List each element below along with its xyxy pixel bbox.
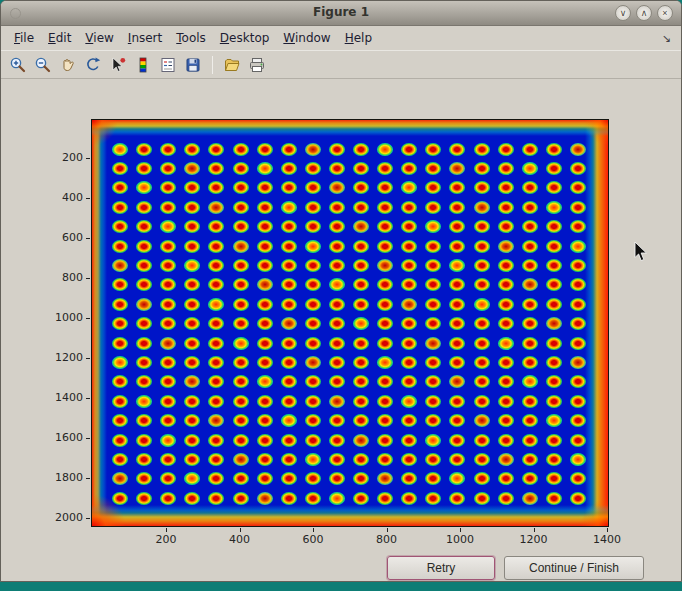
heat-dot bbox=[184, 414, 200, 427]
title-bar[interactable]: Figure 1 ∨ ∧ × bbox=[1, 1, 681, 26]
heatmap-image[interactable] bbox=[91, 119, 609, 527]
heat-dot bbox=[401, 434, 417, 447]
heat-dot bbox=[160, 395, 176, 408]
heat-dot bbox=[522, 453, 538, 466]
heat-dot bbox=[281, 220, 297, 233]
heat-dot bbox=[233, 298, 249, 311]
menu-item-edit[interactable]: Edit bbox=[41, 28, 78, 48]
heat-dot bbox=[425, 181, 441, 194]
heat-dot bbox=[425, 201, 441, 214]
zoom-in-button[interactable] bbox=[6, 53, 30, 76]
heat-dot bbox=[449, 317, 465, 330]
menu-item-insert[interactable]: Insert bbox=[121, 28, 169, 48]
heat-dot bbox=[329, 375, 345, 388]
heat-dot bbox=[353, 298, 369, 311]
heat-dot bbox=[353, 414, 369, 427]
heat-dot bbox=[305, 201, 321, 214]
heat-dot bbox=[136, 220, 152, 233]
heat-dot bbox=[425, 143, 441, 156]
close-button[interactable]: × bbox=[657, 5, 673, 21]
heat-dot bbox=[570, 298, 586, 311]
heat-dot bbox=[208, 472, 224, 485]
x-tick-label: 800 bbox=[362, 533, 412, 546]
data-cursor-button[interactable] bbox=[106, 53, 130, 76]
heat-dot bbox=[546, 375, 562, 388]
heat-dot bbox=[184, 434, 200, 447]
heat-dot bbox=[233, 143, 249, 156]
heat-dot bbox=[281, 143, 297, 156]
open-button[interactable] bbox=[220, 53, 244, 76]
heat-dot bbox=[184, 201, 200, 214]
save-button[interactable] bbox=[181, 53, 205, 76]
heat-dot bbox=[546, 434, 562, 447]
heat-dot bbox=[449, 472, 465, 485]
print-button[interactable] bbox=[245, 53, 269, 76]
heat-dot bbox=[425, 162, 441, 175]
heat-dot bbox=[281, 414, 297, 427]
x-tick-mark bbox=[387, 528, 388, 532]
continue-finish-button[interactable]: Continue / Finish bbox=[504, 556, 644, 580]
y-tick-label: 200 bbox=[31, 151, 83, 164]
menu-item-desktop[interactable]: Desktop bbox=[213, 28, 277, 48]
heat-dot bbox=[546, 492, 562, 505]
heat-dot bbox=[522, 220, 538, 233]
heat-dot bbox=[377, 472, 393, 485]
heat-dot bbox=[257, 259, 273, 272]
heat-dot bbox=[474, 162, 490, 175]
heat-dot bbox=[112, 453, 128, 466]
heat-dot bbox=[329, 278, 345, 291]
retry-button[interactable]: Retry bbox=[387, 556, 495, 580]
heat-dot bbox=[329, 453, 345, 466]
heat-dot bbox=[112, 317, 128, 330]
heat-dot bbox=[136, 143, 152, 156]
heat-dot bbox=[257, 298, 273, 311]
y-tick-mark bbox=[86, 478, 90, 479]
heat-dot bbox=[449, 278, 465, 291]
heat-dot bbox=[281, 259, 297, 272]
x-tick-label: 1400 bbox=[582, 533, 632, 546]
heat-dot bbox=[305, 337, 321, 350]
heat-dot bbox=[112, 337, 128, 350]
heat-dot bbox=[305, 356, 321, 369]
heat-dot bbox=[570, 434, 586, 447]
pan-button[interactable] bbox=[56, 53, 80, 76]
heat-dot bbox=[474, 181, 490, 194]
menu-item-file[interactable]: File bbox=[7, 28, 41, 48]
axes: 2004006008001000120014001600180020002004… bbox=[91, 119, 609, 527]
heat-dot bbox=[474, 453, 490, 466]
menu-item-window[interactable]: Window bbox=[276, 28, 337, 48]
heat-dot bbox=[425, 492, 441, 505]
menu-item-tools[interactable]: Tools bbox=[169, 28, 213, 48]
heat-dot bbox=[281, 337, 297, 350]
heat-dot bbox=[546, 453, 562, 466]
y-tick-label: 800 bbox=[31, 271, 83, 284]
heat-dot bbox=[329, 259, 345, 272]
heat-dot bbox=[112, 181, 128, 194]
heat-dot bbox=[546, 472, 562, 485]
heat-dot bbox=[160, 472, 176, 485]
heat-dot bbox=[160, 181, 176, 194]
menu-item-help[interactable]: Help bbox=[338, 28, 379, 48]
colorbar-button[interactable] bbox=[131, 53, 155, 76]
heat-dot bbox=[160, 414, 176, 427]
heat-dot bbox=[160, 220, 176, 233]
heat-dot bbox=[570, 356, 586, 369]
heat-dot bbox=[474, 337, 490, 350]
legend-button[interactable] bbox=[156, 53, 180, 76]
heat-dot bbox=[522, 317, 538, 330]
heat-dot bbox=[498, 259, 514, 272]
heat-dot bbox=[160, 375, 176, 388]
zoom-out-button[interactable] bbox=[31, 53, 55, 76]
heat-dot bbox=[353, 181, 369, 194]
rotate-3d-button[interactable] bbox=[81, 53, 105, 76]
print-icon bbox=[248, 56, 266, 74]
maximize-button[interactable]: ∧ bbox=[636, 5, 652, 21]
menu-item-view[interactable]: View bbox=[78, 28, 120, 48]
window-title: Figure 1 bbox=[1, 5, 681, 19]
heat-dot bbox=[233, 375, 249, 388]
heat-dot bbox=[257, 278, 273, 291]
shade-button[interactable]: ∨ bbox=[615, 5, 631, 21]
dock-figure-icon[interactable]: ↘ bbox=[658, 32, 675, 45]
x-tick-mark bbox=[313, 528, 314, 532]
heat-dot bbox=[305, 375, 321, 388]
